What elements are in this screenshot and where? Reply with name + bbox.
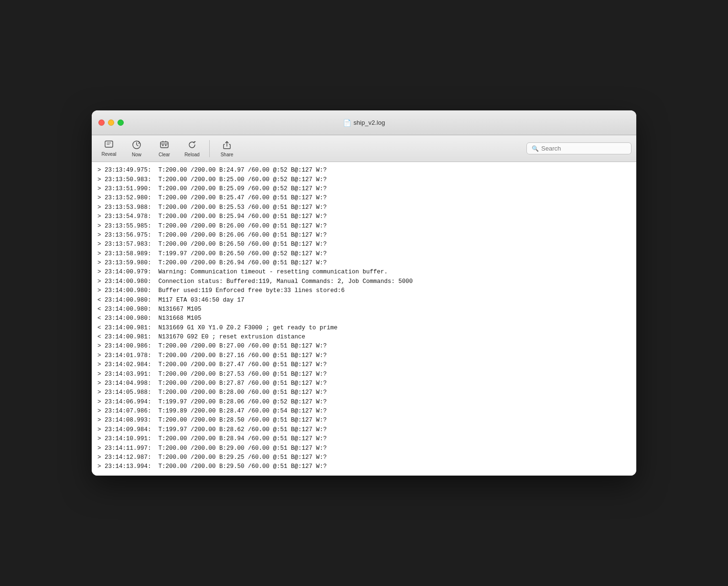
reload-icon bbox=[187, 140, 197, 151]
log-line: > 23:14:13.994: T:200.00 /200.00 B:29.50… bbox=[97, 462, 631, 471]
log-line: < 23:14:00.981: N131670 G92 E0 ; reset e… bbox=[97, 333, 631, 342]
log-line: > 23:14:07.986: T:199.89 /200.00 B:28.47… bbox=[97, 407, 631, 416]
window-title: 📄 ship_v2.log bbox=[343, 119, 385, 127]
now-button[interactable]: Now bbox=[124, 138, 149, 159]
log-line: < 23:14:00.980: N131667 M105 bbox=[97, 305, 631, 314]
log-line: > 23:13:52.980: T:200.00 /200.00 B:25.47… bbox=[97, 194, 631, 203]
log-line: > 23:14:08.993: T:200.00 /200.00 B:28.50… bbox=[97, 416, 631, 425]
traffic-lights bbox=[98, 119, 124, 126]
main-window: 📄 ship_v2.log Reveal Now bbox=[92, 110, 636, 475]
log-line: > 23:13:54.978: T:200.00 /200.00 B:25.94… bbox=[97, 212, 631, 221]
log-line: > 23:14:04.998: T:200.00 /200.00 B:27.87… bbox=[97, 379, 631, 388]
log-line: > 23:14:00.986: T:200.00 /200.00 B:27.00… bbox=[97, 342, 631, 351]
log-line: > 23:14:12.987: T:200.00 /200.00 B:29.25… bbox=[97, 453, 631, 462]
close-button[interactable] bbox=[98, 119, 105, 126]
log-line: > 23:13:50.983: T:200.00 /200.00 B:25.00… bbox=[97, 175, 631, 184]
log-line: > 23:13:57.983: T:200.00 /200.00 B:26.50… bbox=[97, 240, 631, 249]
log-line: > 23:14:00.979: Warning: Communication t… bbox=[97, 268, 631, 277]
toolbar-separator bbox=[209, 140, 210, 157]
log-line: > 23:14:02.984: T:200.00 /200.00 B:27.47… bbox=[97, 360, 631, 369]
reveal-label: Reveal bbox=[101, 152, 116, 157]
svg-rect-2 bbox=[161, 142, 168, 148]
maximize-button[interactable] bbox=[118, 119, 124, 126]
reveal-button[interactable]: Reveal bbox=[96, 139, 121, 159]
log-line: < 23:14:00.980: N131668 M105 bbox=[97, 314, 631, 323]
log-line: > 23:14:11.997: T:200.00 /200.00 B:29.00… bbox=[97, 444, 631, 453]
log-line: < 23:14:00.981: N131669 G1 X0 Y1.0 Z0.2 … bbox=[97, 324, 631, 333]
reload-label: Reload bbox=[184, 152, 200, 157]
clear-icon bbox=[160, 140, 169, 151]
log-line: > 23:14:03.991: T:200.00 /200.00 B:27.53… bbox=[97, 370, 631, 379]
log-content[interactable]: > 23:13:49.975: T:200.00 /200.00 B:24.97… bbox=[92, 162, 636, 475]
search-box[interactable]: 🔍 bbox=[526, 142, 632, 154]
search-input[interactable] bbox=[541, 145, 626, 152]
minimize-button[interactable] bbox=[108, 119, 114, 126]
log-line: > 23:14:00.980: Buffer used:119 Enforced… bbox=[97, 286, 631, 295]
log-line: < 23:14:00.980: M117 ETA 03:46:50 day 17 bbox=[97, 296, 631, 305]
now-label: Now bbox=[132, 152, 141, 157]
log-line: > 23:14:00.980: Connection status: Buffe… bbox=[97, 277, 631, 286]
log-line: > 23:13:49.975: T:200.00 /200.00 B:24.97… bbox=[97, 166, 631, 175]
log-line: > 23:13:55.985: T:200.00 /200.00 B:26.00… bbox=[97, 222, 631, 231]
search-icon: 🔍 bbox=[532, 145, 539, 152]
share-label: Share bbox=[221, 152, 234, 157]
clear-button[interactable]: Clear bbox=[152, 138, 177, 159]
log-line: > 23:14:06.994: T:199.97 /200.00 B:28.06… bbox=[97, 398, 631, 407]
reload-button[interactable]: Reload bbox=[180, 138, 204, 159]
clear-label: Clear bbox=[159, 152, 170, 157]
titlebar: 📄 ship_v2.log bbox=[92, 110, 636, 135]
log-line: > 23:14:05.988: T:200.00 /200.00 B:28.00… bbox=[97, 388, 631, 397]
file-icon: 📄 bbox=[343, 119, 351, 127]
log-line: > 23:14:09.984: T:199.97 /200.00 B:28.62… bbox=[97, 425, 631, 434]
log-line: > 23:13:51.990: T:200.00 /200.00 B:25.09… bbox=[97, 184, 631, 194]
log-line: > 23:14:10.991: T:200.00 /200.00 B:28.94… bbox=[97, 434, 631, 444]
log-line: > 23:13:58.989: T:199.97 /200.00 B:26.50… bbox=[97, 250, 631, 259]
now-icon bbox=[132, 140, 141, 151]
log-line: > 23:13:56.975: T:200.00 /200.00 B:26.06… bbox=[97, 231, 631, 240]
share-icon bbox=[223, 140, 231, 151]
share-button[interactable]: Share bbox=[214, 138, 239, 159]
toolbar: Reveal Now Clear bbox=[92, 135, 636, 162]
log-line: > 23:14:01.978: T:200.00 /200.00 B:27.16… bbox=[97, 351, 631, 360]
log-line: > 23:13:59.980: T:200.00 /200.00 B:26.94… bbox=[97, 259, 631, 268]
reveal-icon bbox=[104, 141, 114, 151]
log-line: > 23:13:53.988: T:200.00 /200.00 B:25.53… bbox=[97, 203, 631, 212]
